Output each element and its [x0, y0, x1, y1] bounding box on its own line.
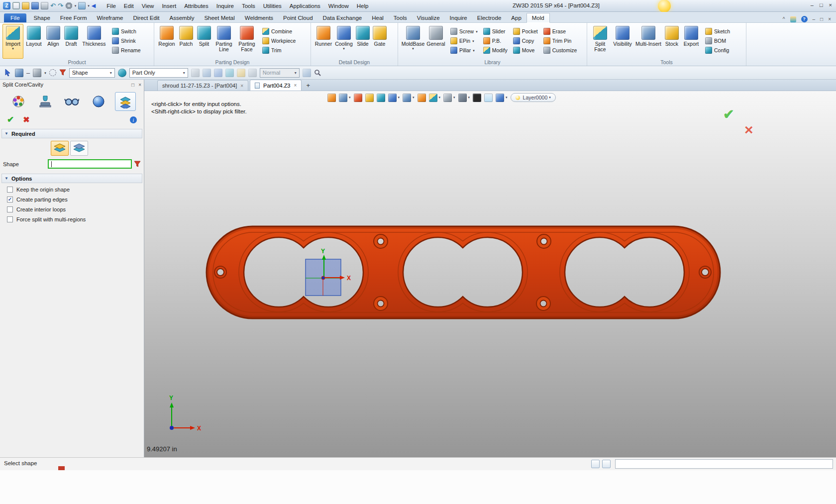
trim-pin-button[interactable]: Trim Pin — [542, 37, 579, 45]
panel-close-icon[interactable]: × — [138, 82, 141, 88]
minimize-icon[interactable]: – — [811, 2, 814, 8]
feature-filter-icon[interactable] — [248, 69, 257, 77]
option-create-parting-edges[interactable]: ✓ Create parting edges — [2, 197, 142, 202]
checkbox[interactable] — [7, 187, 13, 193]
settings-caret-icon[interactable]: ▾ — [75, 4, 77, 8]
paint-icon[interactable] — [365, 94, 374, 102]
select-tool-icon[interactable] — [4, 69, 12, 77]
ribbon-tab-sheet-metal[interactable]: Sheet Metal — [199, 13, 239, 22]
erase-button[interactable]: Erase — [542, 27, 579, 35]
menu-inquire[interactable]: Inquire — [212, 2, 238, 10]
back-icon[interactable]: ◀ — [92, 2, 96, 9]
face-filter-icon[interactable] — [214, 69, 222, 77]
highlight-icon[interactable] — [484, 94, 493, 102]
settings-icon[interactable] — [65, 2, 73, 9]
menu-window[interactable]: Window — [324, 2, 353, 10]
checkbox[interactable] — [7, 216, 13, 222]
config-button[interactable]: Config — [704, 46, 732, 54]
pick-box-icon[interactable] — [15, 69, 23, 77]
solid-view-icon[interactable] — [377, 94, 385, 102]
epin-button[interactable]: EPin▾ — [449, 37, 479, 45]
restore-icon[interactable]: □ — [820, 2, 823, 8]
general-button[interactable]: General — [425, 24, 446, 59]
glasses-tab[interactable] — [61, 92, 82, 111]
thickness-button[interactable]: Thickness — [80, 24, 108, 59]
draft-button[interactable]: Draft — [62, 24, 80, 59]
ribbon-tab-tools[interactable]: Tools — [389, 13, 412, 22]
ribbon-tab-inquire[interactable]: Inquire — [445, 13, 472, 22]
save-icon[interactable] — [31, 2, 39, 9]
chevron-down-icon[interactable]: ▾ — [439, 96, 441, 100]
open-file-icon[interactable] — [22, 2, 29, 9]
color-wheel-tab[interactable] — [8, 92, 29, 111]
trim-button[interactable]: Trim — [261, 46, 297, 54]
shape-filter-select[interactable]: Shape▾ — [69, 68, 115, 78]
chevron-down-icon[interactable]: ▾ — [398, 96, 400, 100]
option-create-interior-loops[interactable]: Create interior loops — [2, 206, 142, 212]
wireframe-view-icon[interactable] — [403, 94, 411, 102]
close-icon[interactable]: × — [829, 2, 832, 8]
cancel-x-icon[interactable]: × — [744, 122, 753, 137]
new-file-icon[interactable] — [12, 2, 20, 9]
confirm-check-icon[interactable]: ✔ — [723, 106, 734, 122]
status-list-icon[interactable] — [602, 460, 611, 468]
section-plane-icon[interactable] — [458, 94, 467, 102]
grid-plane-icon[interactable] — [443, 94, 452, 102]
collapse-ribbon-icon[interactable]: ^ — [783, 16, 785, 22]
search-icon[interactable] — [314, 69, 321, 77]
slider-button[interactable]: Slider — [482, 27, 509, 35]
runner-button[interactable]: Runner — [314, 24, 333, 59]
minus-icon[interactable]: – — [26, 69, 30, 77]
print-icon[interactable] — [41, 2, 48, 9]
cooling-button[interactable]: Cooling ▾ — [333, 24, 354, 59]
split-both-preset-button[interactable] — [51, 141, 69, 156]
chevron-down-icon[interactable]: ▾ — [349, 96, 351, 100]
pick-scope-select[interactable]: Part Only▾ — [129, 68, 188, 78]
ribbon-tab-visualize[interactable]: Visualize — [412, 13, 445, 22]
clear-icon[interactable] — [354, 94, 362, 102]
undo-icon[interactable]: ↶ — [50, 2, 56, 9]
background-icon[interactable] — [473, 94, 481, 102]
chevron-down-icon[interactable]: ▾ — [453, 96, 455, 100]
stamp-tab[interactable] — [35, 92, 56, 111]
pillar-button[interactable]: Pillar▾ — [449, 46, 479, 54]
status-command-input[interactable] — [615, 459, 833, 469]
ribbon-tab-weldments[interactable]: Weldments — [240, 13, 278, 22]
slide-button[interactable]: Slide — [354, 24, 371, 59]
option-force-split-multi-regions[interactable]: Force split with multi-regions — [2, 216, 142, 222]
align-button[interactable]: Align — [44, 24, 62, 59]
multi-insert-button[interactable]: Multi-Insert — [634, 24, 662, 59]
menu-help[interactable]: Help — [353, 2, 373, 10]
display-mode-icon[interactable] — [496, 94, 504, 102]
texture-icon[interactable] — [429, 94, 437, 102]
combine-button[interactable]: Combine — [261, 27, 297, 35]
new-tab-button[interactable]: + — [303, 80, 313, 91]
moldbase-button[interactable]: MoldBase ▾ — [401, 24, 425, 59]
doc-tab-part004[interactable]: Part004.Z3 × — [250, 80, 302, 91]
plane-filter-icon[interactable] — [191, 69, 200, 77]
ribbon-tab-heal[interactable]: Heal — [367, 13, 389, 22]
mdi-minimize-icon[interactable]: – — [813, 16, 816, 22]
sketch-button[interactable]: Sketch — [704, 27, 732, 35]
menu-attributes[interactable]: Attributes — [180, 2, 212, 10]
help-icon[interactable]: ? — [801, 16, 808, 22]
split-button[interactable]: Split — [196, 24, 212, 59]
shaded-view-icon[interactable] — [388, 94, 397, 102]
menu-file[interactable]: File — [103, 2, 120, 10]
parting-face-button[interactable]: Parting Face — [235, 24, 258, 59]
model-part004[interactable] — [207, 226, 720, 318]
split-single-preset-button[interactable] — [70, 141, 88, 156]
stock-button[interactable]: Stock — [662, 24, 681, 59]
customize-button[interactable]: Customize — [542, 46, 579, 54]
ribbon-tab-shape[interactable]: Shape — [29, 13, 55, 22]
ribbon-tab-file[interactable]: File — [4, 13, 26, 22]
visibility-button[interactable]: Visibility — [611, 24, 634, 59]
mdi-close-icon[interactable]: × — [828, 16, 831, 22]
export-button[interactable]: Export — [681, 24, 701, 59]
grid-filter-icon[interactable] — [33, 69, 41, 77]
panel-dock-icon[interactable]: □ — [131, 82, 134, 88]
sphere-tab[interactable] — [88, 92, 109, 111]
split-face-button[interactable]: Split Face — [590, 24, 611, 59]
parting-line-button[interactable]: Parting Line — [212, 24, 235, 59]
ribbon-tab-direct-edit[interactable]: Direct Edit — [128, 13, 165, 22]
